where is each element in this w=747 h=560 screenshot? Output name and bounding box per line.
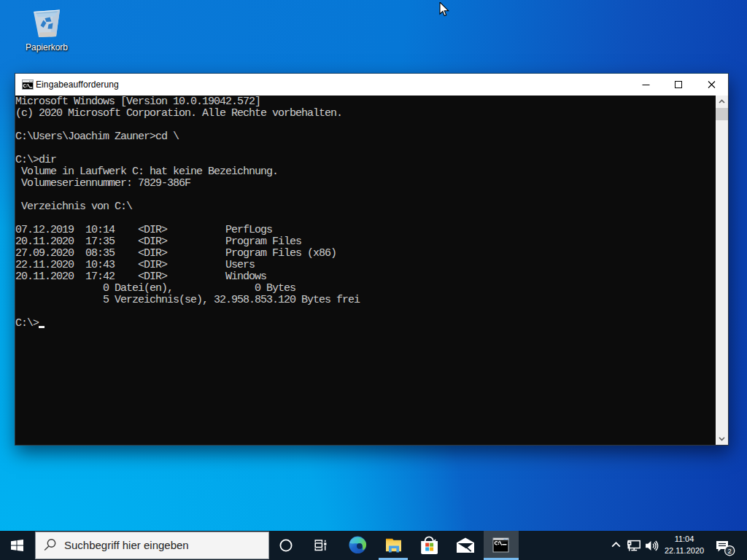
svg-text:2: 2 bbox=[728, 547, 732, 555]
